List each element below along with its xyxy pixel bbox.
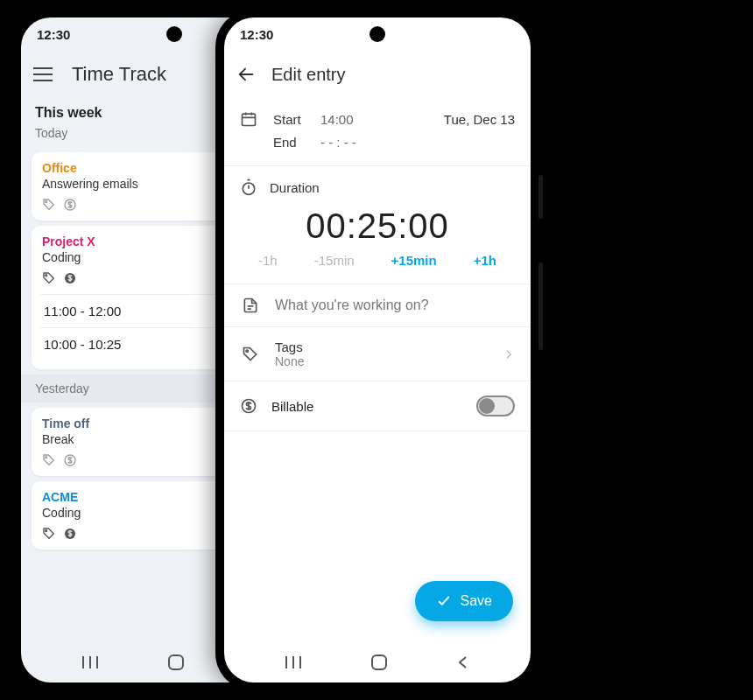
svg-point-4 — [46, 457, 47, 458]
tags-label: Tags — [275, 340, 489, 354]
back-arrow-icon[interactable] — [236, 65, 256, 84]
camera-cutout — [166, 26, 182, 42]
dollar-icon — [63, 198, 77, 212]
duration-value[interactable]: 00:25:00 — [240, 196, 515, 253]
duration-label: Duration — [270, 180, 320, 195]
tag-icon — [42, 527, 56, 541]
tag-icon — [42, 271, 56, 285]
app-title: Time Track — [72, 63, 166, 86]
save-label: Save — [461, 593, 492, 609]
stopwatch-icon — [240, 178, 257, 196]
back-icon[interactable] — [455, 654, 471, 670]
screen-title: Edit entry — [271, 65, 345, 85]
svg-rect-9 — [243, 114, 256, 125]
dollar-icon — [63, 453, 77, 467]
start-time-value[interactable]: 14:00 — [320, 112, 354, 127]
svg-rect-13 — [372, 655, 386, 669]
phone-edit-entry: 12:30 Edit entry Start 14:00 Tue, Dec 13… — [215, 9, 539, 691]
dollar-icon — [63, 271, 77, 285]
adjust-plus-15min[interactable]: +15min — [391, 253, 437, 268]
start-label: Start — [273, 112, 308, 127]
tag-icon — [42, 453, 56, 467]
svg-point-2 — [46, 275, 47, 276]
note-icon — [240, 297, 261, 314]
duration-adjust-row: -1h -15min +15min +1h — [240, 253, 515, 268]
camera-cutout — [369, 26, 385, 42]
adjust-minus-15min[interactable]: -15min — [314, 253, 355, 268]
description-placeholder: What you're working on? — [275, 298, 429, 313]
tag-icon — [240, 346, 261, 363]
svg-point-0 — [46, 201, 47, 203]
svg-point-6 — [46, 530, 47, 532]
tags-value: None — [275, 354, 489, 368]
adjust-minus-1h[interactable]: -1h — [258, 253, 278, 268]
hardware-button — [538, 175, 543, 219]
time-range-section: Start 14:00 Tue, Dec 13 End - - : - - — [224, 98, 531, 166]
recents-icon[interactable] — [81, 654, 100, 670]
tag-icon — [42, 198, 56, 212]
dollar-icon — [63, 527, 77, 541]
end-label: End — [273, 135, 308, 150]
chevron-right-icon — [503, 348, 515, 360]
android-nav-bar — [224, 642, 531, 682]
status-time: 12:30 — [37, 27, 70, 42]
end-time-value[interactable]: - - : - - — [320, 135, 356, 150]
check-icon — [436, 593, 452, 609]
hardware-button — [538, 262, 543, 350]
date-value[interactable]: Tue, Dec 13 — [444, 112, 515, 127]
billable-label: Billable — [271, 399, 462, 414]
dollar-icon — [240, 397, 257, 415]
home-icon[interactable] — [167, 654, 185, 671]
status-time: 12:30 — [240, 27, 273, 42]
app-bar: Edit entry — [224, 51, 531, 98]
home-icon[interactable] — [370, 654, 388, 671]
recents-icon[interactable] — [284, 654, 303, 670]
tags-row[interactable]: Tags None — [224, 327, 531, 382]
duration-section: Duration 00:25:00 -1h -15min +15min +1h — [224, 166, 531, 284]
svg-point-11 — [246, 350, 249, 353]
svg-rect-8 — [169, 655, 183, 669]
billable-toggle[interactable] — [476, 396, 515, 416]
menu-icon[interactable] — [33, 67, 53, 81]
billable-row: Billable — [224, 382, 531, 431]
calendar-icon — [240, 110, 261, 128]
save-button[interactable]: Save — [415, 581, 513, 621]
adjust-plus-1h[interactable]: +1h — [474, 253, 496, 268]
description-row[interactable]: What you're working on? — [224, 284, 531, 327]
